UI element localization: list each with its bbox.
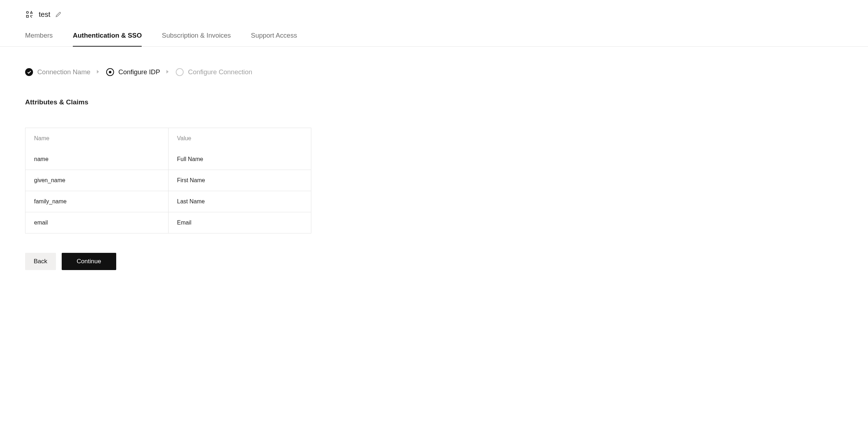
section-title: Attributes & Claims (25, 98, 843, 106)
table-row: family_name Last Name (25, 191, 311, 212)
tab-members[interactable]: Members (25, 32, 53, 47)
tab-authentication-sso[interactable]: Authentication & SSO (73, 32, 142, 47)
check-icon (25, 68, 33, 76)
attr-value: Last Name (168, 191, 311, 212)
page-title-row: test (25, 10, 843, 19)
step-configure-connection: Configure Connection (176, 68, 252, 76)
svg-rect-1 (27, 15, 29, 18)
attr-value: First Name (168, 170, 311, 191)
edit-icon[interactable] (55, 11, 61, 17)
attributes-table: Name Value name Full Name given_name Fir… (25, 128, 311, 233)
app-icon (25, 10, 34, 19)
chevron-right-icon (166, 70, 169, 75)
attr-value: Full Name (168, 149, 311, 170)
step-label: Connection Name (37, 68, 90, 76)
tab-support-access[interactable]: Support Access (251, 32, 297, 47)
continue-button[interactable]: Continue (62, 253, 116, 270)
tab-subscription-invoices[interactable]: Subscription & Invoices (162, 32, 231, 47)
table-row: given_name First Name (25, 170, 311, 191)
attr-name: name (25, 149, 169, 170)
pending-step-icon (176, 68, 184, 76)
table-row: email Email (25, 212, 311, 233)
back-button[interactable]: Back (25, 253, 56, 270)
step-configure-idp[interactable]: Configure IDP (106, 68, 160, 76)
attr-name: given_name (25, 170, 169, 191)
attr-value: Email (168, 212, 311, 233)
attr-name: email (25, 212, 169, 233)
attr-name: family_name (25, 191, 169, 212)
table-row: name Full Name (25, 149, 311, 170)
tabs: Members Authentication & SSO Subscriptio… (0, 32, 868, 46)
page-title: test (39, 10, 50, 19)
table-header-row: Name Value (25, 128, 311, 149)
button-row: Back Continue (25, 253, 843, 270)
table-header-name: Name (25, 128, 169, 149)
table-header-value: Value (168, 128, 311, 149)
stepper: Connection Name Configure IDP Configure … (25, 68, 843, 76)
step-label: Configure IDP (118, 68, 160, 76)
current-step-icon (106, 68, 114, 76)
step-label: Configure Connection (188, 68, 252, 76)
svg-point-0 (27, 11, 29, 14)
step-connection-name[interactable]: Connection Name (25, 68, 90, 76)
chevron-right-icon (97, 70, 100, 75)
